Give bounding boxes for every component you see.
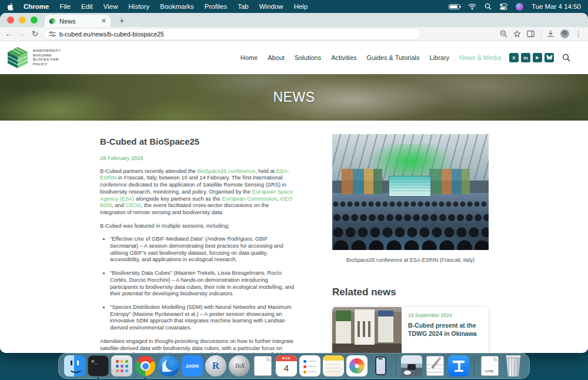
nav-link[interactable]: Library: [429, 54, 449, 61]
nav-link[interactable]: Activities: [331, 54, 356, 61]
photo-left-banners: [342, 169, 382, 194]
inline-link[interactable]: BioSpace25 conference: [197, 168, 255, 174]
related-news-heading: Related news: [332, 286, 489, 298]
profile-avatar[interactable]: [560, 29, 569, 38]
page-viewport: BIODIVERSITYBUILDINGBLOCKS FORPOLICY Hom…: [0, 41, 588, 353]
news-article: B-Cubed at BioSpace25 28 February 2025 B…: [100, 136, 296, 353]
related-news-body: 19 September 2024 B-Cubed present at the…: [402, 307, 489, 353]
menubar-menu-item[interactable]: Edit: [81, 3, 93, 10]
pictures-stack-dock-icon[interactable]: [401, 355, 422, 376]
bluesky-social-icon[interactable]: [544, 53, 554, 62]
notes-dock-icon[interactable]: [323, 355, 344, 376]
browser-toolbar: ← → ↻ b-cubed.eu/news/b-cubed-biospace25…: [0, 27, 588, 41]
logo-line: BIODIVERSITY: [33, 49, 61, 54]
menubar-menu-item[interactable]: Bookmarks: [160, 3, 194, 10]
session-item: "Effective Use of GBIF-Mediated Data" (A…: [110, 236, 296, 264]
toolbar-divider: [540, 30, 541, 38]
menubar-menu-item[interactable]: Window: [259, 3, 283, 10]
menubar-clock[interactable]: Tue Mar 4 14:50: [532, 3, 581, 10]
nav-link[interactable]: Guides & Tutorials: [367, 54, 420, 61]
address-bar[interactable]: b-cubed.eu/news/b-cubed-biospace25: [44, 29, 420, 39]
bookmark-star-icon[interactable]: [513, 30, 521, 38]
r-label: R: [212, 360, 219, 372]
latex-dock-icon[interactable]: TeX: [229, 355, 250, 376]
nav-link[interactable]: Home: [240, 54, 258, 61]
launchpad-dock-icon[interactable]: [111, 355, 132, 376]
forward-button[interactable]: →: [18, 30, 26, 38]
article-title: B-Cubed at BioSpace25: [100, 136, 296, 148]
site-search-icon[interactable]: [562, 54, 570, 62]
photo-audience-row: [332, 213, 489, 222]
menubar-menu-item[interactable]: Help: [294, 3, 308, 10]
related-news-thumbnail: [332, 307, 402, 353]
browser-tab[interactable]: News ✕: [45, 15, 111, 27]
launchpad-grid: [116, 360, 119, 363]
minimize-window-button[interactable]: [19, 16, 26, 24]
side-panel-icon[interactable]: [527, 30, 534, 38]
reminders-dock-icon[interactable]: [299, 355, 320, 376]
apple-menu[interactable]: [7, 2, 14, 11]
downloads-icon[interactable]: [547, 30, 554, 38]
chrome-hub: [141, 361, 150, 371]
phone-shape: [375, 356, 386, 375]
tab-close-icon[interactable]: ✕: [101, 17, 106, 25]
new-tab-button[interactable]: +: [116, 16, 127, 25]
related-news-title: B-Cubed present at the TDWG 2024 in Okin…: [408, 322, 482, 338]
youtube-social-icon[interactable]: ▶: [533, 53, 542, 62]
x-social-icon[interactable]: X: [509, 53, 519, 62]
running-indicator: [145, 378, 146, 379]
thumbnail-poster: [378, 311, 393, 342]
html-file-dock-icon[interactable]: HTML: [481, 356, 499, 376]
main-navigation: HomeAboutSolutionsActivitiesGuides & Tut…: [240, 54, 501, 61]
article-sidebar: BioSpace25 conference at ESA-ESRIN (Fras…: [332, 134, 489, 353]
site-logo[interactable]: BIODIVERSITYBUILDINGBLOCKS FORPOLICY: [7, 46, 61, 69]
photos-dock-icon[interactable]: [346, 355, 368, 376]
thunderbird-dock-icon[interactable]: [158, 355, 179, 376]
nav-link[interactable]: News & Media: [459, 54, 501, 61]
article-closing-paragraph: Attendees engaged in thought-provoking d…: [100, 338, 296, 353]
close-window-button[interactable]: [7, 16, 14, 24]
reminder-lines: [308, 361, 316, 362]
wifi-icon[interactable]: [468, 4, 476, 10]
spotlight-search-icon[interactable]: [485, 3, 492, 10]
nav-link[interactable]: About: [268, 54, 285, 61]
text-segment: , and: [112, 202, 125, 208]
terminal-dock-icon[interactable]: >_: [88, 355, 109, 376]
siri-icon[interactable]: [516, 3, 523, 11]
back-button[interactable]: ←: [5, 30, 12, 38]
linkedin-social-icon[interactable]: in: [521, 53, 530, 62]
menubar-menu-item[interactable]: Profiles: [205, 3, 227, 10]
photo-audience-row: [332, 201, 489, 208]
zoom-label: zoom: [186, 363, 199, 369]
zoom-level-icon[interactable]: [500, 30, 507, 38]
menubar-menu-item[interactable]: View: [103, 3, 118, 10]
r-dock-icon[interactable]: R: [205, 355, 226, 376]
menubar-menu-item[interactable]: Tab: [238, 3, 249, 10]
zoom-dock-icon[interactable]: zoom: [182, 355, 203, 376]
calendar-dock-icon[interactable]: MAR4: [276, 355, 297, 376]
control-center-icon[interactable]: [500, 4, 507, 10]
menubar-menu-item[interactable]: File: [59, 3, 71, 10]
related-news-card[interactable]: 19 September 2024 B-Cubed present at the…: [332, 307, 489, 353]
reminder-bullets: [303, 360, 306, 363]
fullscreen-window-button[interactable]: [31, 16, 38, 24]
textedit-dock-icon[interactable]: [426, 356, 444, 376]
tab-favicon: [49, 18, 56, 25]
nav-link[interactable]: Solutions: [295, 54, 321, 61]
browser-menu-icon[interactable]: ⋮: [575, 30, 582, 38]
keynote-dock-icon[interactable]: [448, 355, 469, 376]
dock-separator: [474, 356, 475, 376]
iphone-mirroring-dock-icon[interactable]: [370, 355, 391, 376]
reload-button[interactable]: ↻: [32, 30, 38, 38]
inline-link[interactable]: CEOS: [125, 202, 141, 208]
menubar-app-name[interactable]: Chrome: [24, 3, 49, 10]
chrome-dock-icon[interactable]: [135, 355, 156, 376]
trash-dock-icon[interactable]: [505, 355, 522, 376]
dock-separator: [396, 356, 396, 376]
document-app-dock-icon[interactable]: [254, 356, 272, 376]
inline-link[interactable]: European Commission: [222, 196, 277, 202]
menubar-menu-item[interactable]: History: [129, 3, 150, 10]
site-header: BIODIVERSITYBUILDINGBLOCKS FORPOLICY Hom…: [0, 41, 588, 74]
finder-dock-icon[interactable]: [64, 355, 85, 376]
site-settings-icon[interactable]: [49, 31, 56, 37]
